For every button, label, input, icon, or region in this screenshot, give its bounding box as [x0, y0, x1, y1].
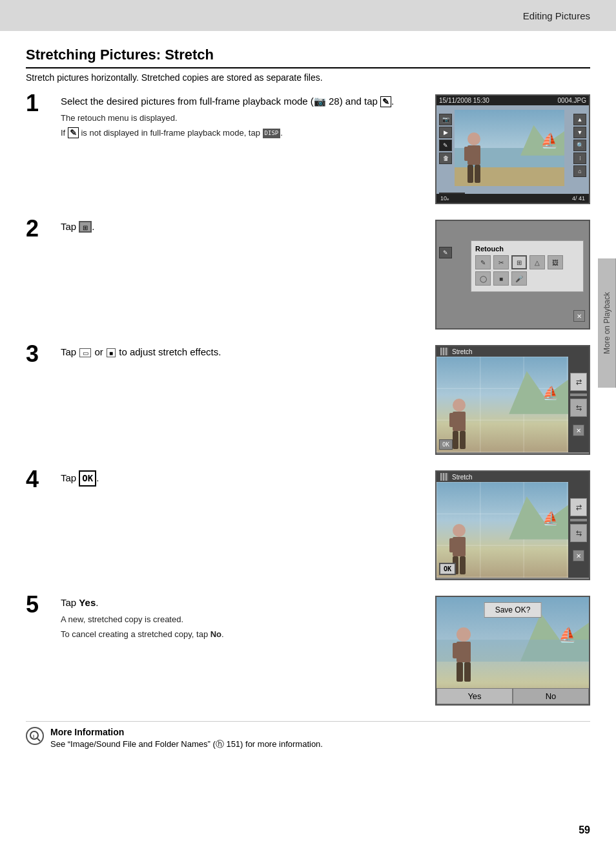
header-bar: Editing Pictures: [0, 0, 616, 31]
stretch-title-4: Stretch: [452, 474, 473, 481]
cam-icon-play: ▶: [439, 127, 452, 138]
step-5: 5 Tap Yes. A new, stretched copy is crea…: [26, 596, 590, 706]
step-2-instruction: Tap ⊞.: [61, 220, 425, 235]
page-subtitle: Stretch pictures horizontally. Stretched…: [26, 72, 590, 83]
stretch-narrow-btn-4[interactable]: ⇆: [570, 524, 587, 542]
stretch-wide-btn-4[interactable]: ⇄: [570, 498, 587, 516]
retouch-close-btn[interactable]: ✕: [573, 310, 585, 322]
step-3-icon-narrow: ■: [107, 348, 116, 357]
stretch-ok-btn-3[interactable]: OK: [439, 439, 453, 450]
step-1-instruction: Select the desired pictures from full-fr…: [61, 94, 425, 109]
stretch-title-3: Stretch: [452, 348, 473, 355]
save-yes-label: Yes: [467, 691, 481, 701]
step-3-number: 3: [26, 342, 50, 366]
stretch-header-4: Stretch: [436, 472, 589, 482]
step-1-note-2: If ✎ is not displayed in full-frame play…: [61, 127, 425, 140]
more-info-text: See “Image/Sound File and Folder Names” …: [50, 739, 323, 750]
step-5-note-1: A new, stretched copy is created.: [61, 613, 425, 626]
step-5-image: ⛵ Save OK? Yes No: [435, 596, 590, 706]
step-2-number: 2: [26, 217, 50, 240]
stretch-right-panel-3: ⇄ ⇆ ✕: [568, 357, 589, 452]
step-1-icon: ✎: [380, 96, 391, 107]
step-3-image: Stretch: [435, 345, 590, 455]
svg-rect-23: [464, 662, 471, 682]
step-5-yes-bold: Yes: [79, 597, 96, 608]
cam-footer-counter: 4/ 41: [572, 195, 585, 202]
stretch-ok-highlighted-4[interactable]: OK: [439, 563, 456, 575]
cam-icon-camera: 📷: [439, 114, 452, 125]
cam-icon-trash: 🗑: [439, 152, 452, 164]
stretch-right-panel-4: ⇄ ⇆ ✕: [568, 482, 589, 578]
cam-icon-down: ▼: [573, 127, 586, 138]
save-yes-btn[interactable]: Yes: [436, 688, 513, 704]
retouch-btn-scissors[interactable]: ✂: [493, 255, 509, 269]
main-content: Stretching Pictures: Stretch Stretch pic…: [0, 31, 616, 766]
cam-icon-zoom-in: 🔍: [573, 140, 586, 151]
page-number: 59: [579, 824, 590, 836]
stretch-divider-4: [570, 519, 587, 521]
step-1-icon-ref: 📷: [314, 96, 326, 107]
retouch-btn-picture[interactable]: 🖼: [548, 255, 563, 269]
stretch-boat-4: ⛵: [542, 510, 559, 526]
step-1-number: 1: [26, 92, 50, 115]
retouch-btn-square[interactable]: ■: [493, 271, 509, 286]
step-1: 1 Select the desired pictures from full-…: [26, 94, 590, 204]
step-3-content: Tap ▭ or ■ to adjust stretch effects.: [61, 345, 425, 362]
save-prompt: Save OK?: [495, 605, 531, 614]
more-info-icon: i: [26, 727, 44, 745]
stretch-divider-3: [570, 393, 587, 396]
cam-icon-up: ▲: [573, 114, 586, 125]
stretch-wide-btn[interactable]: ⇄: [570, 373, 587, 391]
camera-screen-1: 15/11/2008 15:30 0004.JPG 📷 ▶ ✎ 🗑 DISP: [435, 94, 590, 204]
stretch-x-wrap-4: ✕: [573, 550, 584, 561]
step-4-content: Tap OK.: [61, 470, 425, 489]
retouch-btn-grid[interactable]: ⊞: [511, 255, 527, 269]
cam-left-icons: 📷 ▶ ✎ 🗑 DISP: [439, 114, 452, 164]
svg-point-12: [453, 524, 466, 537]
step-1-note-1: The retouch menu is displayed.: [61, 112, 425, 125]
step-2-content: Tap ⊞.: [61, 220, 425, 237]
step-5-instruction: Tap Yes.: [61, 596, 425, 611]
cam-footer-mode: 10ₑ: [440, 195, 449, 202]
step-4-instruction: Tap OK.: [61, 470, 425, 487]
svg-rect-5: [475, 165, 480, 183]
stretch-close-btn-4[interactable]: ✕: [573, 550, 584, 561]
svg-rect-3: [475, 147, 480, 161]
cam-header-bar: 15/11/2008 15:30 0004.JPG: [436, 96, 589, 105]
save-person: [449, 627, 485, 685]
side-tab: More on Playback: [598, 258, 616, 388]
step-2-image: ✎ Retouch ✎ ✂ ⊞ △ 🖼 ◯ ■ 🎤: [435, 220, 590, 330]
retouch-btn-circle[interactable]: ◯: [475, 271, 491, 286]
more-info-section: i More Information See “Image/Sound File…: [26, 721, 590, 750]
step-4-ok-icon: OK: [79, 470, 96, 487]
retouch-edit-icon: ✎: [439, 247, 452, 258]
step-4-image: Stretch ⛵: [435, 470, 590, 580]
save-buttons: Yes No: [436, 688, 589, 704]
cam-icon-grid: ⁝: [573, 152, 586, 164]
stretch-close-btn-3[interactable]: ✕: [573, 424, 584, 436]
save-boat: ⛵: [559, 627, 576, 644]
stretch-narrow-btn[interactable]: ⇆: [570, 399, 587, 417]
step-1-image: 15/11/2008 15:30 0004.JPG 📷 ▶ ✎ 🗑 DISP: [435, 94, 590, 204]
svg-rect-10: [453, 431, 458, 449]
svg-rect-4: [467, 165, 473, 183]
retouch-menu-row-2: ◯ ■ 🎤: [475, 271, 579, 286]
retouch-menu: Retouch ✎ ✂ ⊞ △ 🖼 ◯ ■ 🎤: [471, 240, 584, 292]
cam-person-svg: [461, 131, 493, 186]
step-2-icon: ⊞: [79, 221, 92, 233]
save-no-btn[interactable]: No: [513, 688, 589, 704]
save-screen: ⛵ Save OK? Yes No: [435, 596, 590, 706]
cam-filename: 0004.JPG: [558, 97, 586, 104]
step-3-icon-wide: ▭: [79, 348, 91, 357]
stretch-main-3: ⛵ ⇄ ⇆ ✕ OK: [436, 357, 589, 452]
retouch-btn-triangle[interactable]: △: [529, 255, 545, 269]
page-title: Stretching Pictures: Stretch: [26, 47, 590, 68]
retouch-btn-pencil[interactable]: ✎: [475, 255, 491, 269]
step-4: 4 Tap OK. Stretch: [26, 470, 590, 580]
retouch-btn-mic[interactable]: 🎤: [511, 271, 527, 286]
cam-footer: 10ₑ 4/ 41: [436, 194, 589, 203]
stretch-grid-icon-4: [440, 473, 448, 481]
search-icon: i: [29, 730, 41, 742]
step-2: 2 Tap ⊞. ✎ Retouch ✎ ✂ ⊞ △ 🖼: [26, 220, 590, 330]
svg-rect-8: [449, 413, 455, 427]
